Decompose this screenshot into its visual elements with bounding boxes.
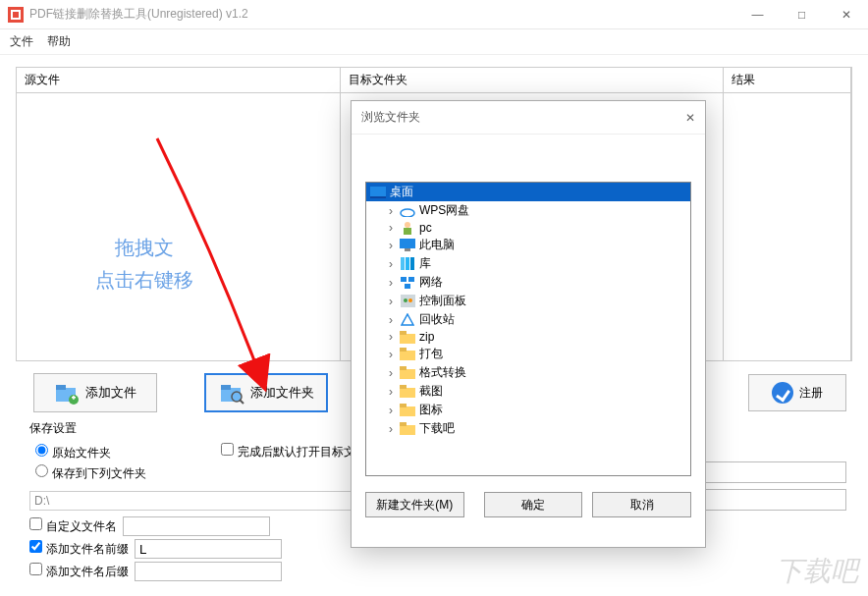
svg-rect-13 <box>370 196 386 198</box>
tree-item-label: 库 <box>419 255 431 272</box>
add-folder-label: 添加文件夹 <box>250 384 314 402</box>
folder-tree[interactable]: 桌面 ›WPS网盘›pc›此电脑›库›网络›控制面板›回收站›zip›打包›格式… <box>365 182 691 476</box>
svg-rect-2 <box>13 12 19 18</box>
svg-rect-33 <box>400 366 407 370</box>
tree-item[interactable]: ›截图 <box>366 382 690 401</box>
svg-point-15 <box>405 222 410 228</box>
chk-suffix[interactable]: 添加文件名后缀 <box>29 563 129 580</box>
svg-rect-12 <box>370 187 386 196</box>
tree-item-label: 下载吧 <box>419 420 455 437</box>
folder-search-icon <box>219 380 244 406</box>
folder-icon <box>400 331 415 344</box>
col-source: 源文件 <box>17 68 340 93</box>
svg-rect-9 <box>221 385 231 390</box>
svg-rect-38 <box>400 425 415 435</box>
window-controls: — □ ✕ <box>735 0 868 29</box>
menu-help[interactable]: 帮助 <box>47 33 71 50</box>
minimize-button[interactable]: — <box>735 0 780 29</box>
tree-item-label: pc <box>419 221 432 235</box>
save-path-input[interactable]: D:\ <box>29 491 353 511</box>
browse-folder-dialog: 浏览文件夹 ✕ 桌面 ›WPS网盘›pc›此电脑›库›网络›控制面板›回收站›z… <box>351 100 706 548</box>
maximize-button[interactable]: □ <box>780 0 824 29</box>
folder-icon <box>400 422 415 435</box>
tree-item[interactable]: ›网络 <box>366 273 690 292</box>
add-folder-button[interactable]: 添加文件夹 <box>204 373 328 412</box>
chk-open-after[interactable]: 完成后默认打开目标文件 <box>221 445 367 459</box>
suffix-input[interactable] <box>135 562 282 581</box>
menu-file[interactable]: 文件 <box>10 33 33 50</box>
caret-icon: › <box>386 330 396 344</box>
svg-rect-31 <box>400 348 407 352</box>
add-file-button[interactable]: 添加文件 <box>33 373 157 412</box>
radio-save-to-folder[interactable]: 保存到下列文件夹 <box>35 464 191 482</box>
tree-item[interactable]: ›pc <box>366 220 690 236</box>
col-result: 结果 <box>724 68 850 93</box>
network-icon <box>400 276 415 289</box>
tree-item[interactable]: ›此电脑 <box>366 236 690 254</box>
recycle-icon <box>400 313 415 327</box>
tree-item-label: 回收站 <box>419 311 455 328</box>
ok-button[interactable]: 确定 <box>484 492 583 517</box>
tree-item[interactable]: ›打包 <box>366 345 690 363</box>
library-icon <box>400 257 415 270</box>
tree-item[interactable]: ›图标 <box>366 401 690 419</box>
svg-rect-30 <box>400 351 415 360</box>
custom-name-input[interactable] <box>123 516 270 536</box>
caret-icon: › <box>386 404 396 417</box>
cancel-button[interactable]: 取消 <box>592 492 691 517</box>
folder-icon <box>400 404 415 416</box>
tree-item[interactable]: ›WPS网盘 <box>366 201 690 220</box>
folder-plus-icon <box>54 380 80 406</box>
chk-custom-name[interactable]: 自定义文件名 <box>29 517 117 535</box>
svg-rect-35 <box>400 385 407 389</box>
svg-rect-39 <box>400 422 407 426</box>
svg-rect-18 <box>405 248 410 251</box>
tree-item-label: 打包 <box>419 346 443 362</box>
prefix-input[interactable] <box>135 539 282 559</box>
svg-rect-29 <box>400 331 407 335</box>
menubar: 文件 帮助 <box>0 29 868 55</box>
svg-line-11 <box>240 400 244 404</box>
svg-rect-23 <box>408 277 414 282</box>
drop-hint: 拖拽文 点击右键移 <box>95 235 193 294</box>
add-file-label: 添加文件 <box>85 384 136 402</box>
svg-rect-17 <box>400 239 415 248</box>
svg-rect-19 <box>401 257 405 270</box>
svg-point-27 <box>408 298 412 302</box>
user-icon <box>400 221 415 235</box>
register-icon <box>772 382 793 404</box>
close-button[interactable]: ✕ <box>824 0 868 29</box>
computer-icon <box>400 239 415 251</box>
tree-item[interactable]: ›下载吧 <box>366 419 690 438</box>
tree-item[interactable]: ›回收站 <box>366 310 690 329</box>
folder-icon <box>400 348 415 360</box>
app-icon <box>8 7 24 23</box>
svg-rect-21 <box>410 257 414 270</box>
svg-rect-25 <box>401 295 415 307</box>
tree-item-label: 截图 <box>419 383 443 400</box>
tree-item[interactable]: ›格式转换 <box>366 363 690 382</box>
svg-rect-22 <box>401 277 407 282</box>
col-target: 目标文件夹 <box>341 68 723 93</box>
svg-rect-28 <box>400 334 415 344</box>
folder-icon <box>400 366 415 379</box>
caret-icon: › <box>386 422 396 436</box>
radio-original-folder[interactable]: 原始文件夹 <box>35 444 191 461</box>
dialog-close-button[interactable]: ✕ <box>685 111 695 125</box>
desktop-icon <box>370 187 386 198</box>
svg-rect-7 <box>73 396 75 400</box>
chk-prefix[interactable]: 添加文件名前缀 <box>29 540 129 558</box>
tree-item[interactable]: ›库 <box>366 254 690 273</box>
svg-rect-4 <box>56 385 66 390</box>
svg-rect-34 <box>400 388 415 398</box>
dialog-title: 浏览文件夹 <box>361 109 420 126</box>
tree-root-desktop[interactable]: 桌面 <box>366 183 690 201</box>
tree-item[interactable]: ›控制面板 <box>366 292 690 310</box>
register-button[interactable]: 注册 <box>748 374 846 411</box>
tree-item[interactable]: ›zip <box>366 329 690 345</box>
svg-rect-32 <box>400 369 415 379</box>
new-folder-button[interactable]: 新建文件夹(M) <box>365 492 464 517</box>
cloud-icon <box>400 205 415 217</box>
tree-item-label: WPS网盘 <box>419 202 469 219</box>
caret-icon: › <box>386 295 396 308</box>
